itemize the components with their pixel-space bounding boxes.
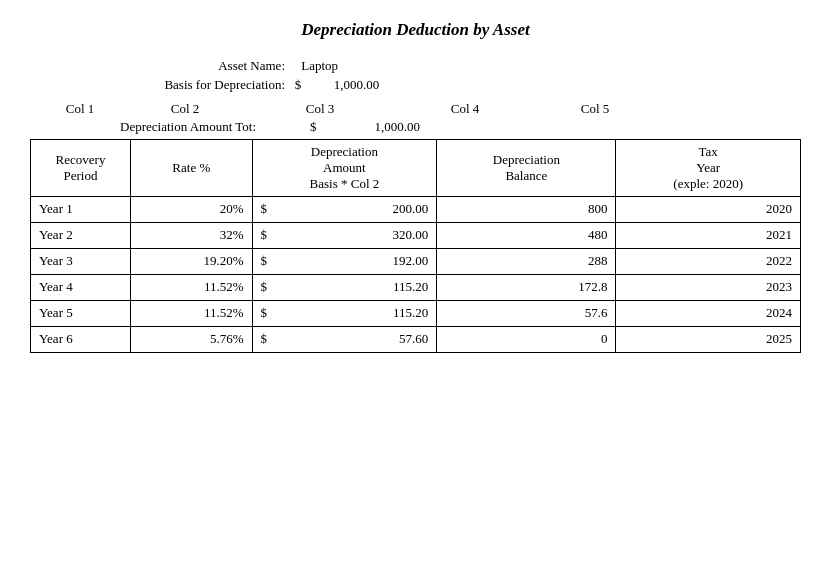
dep-total-dollar: $ bbox=[310, 119, 330, 135]
cell-period-5: Year 6 bbox=[31, 327, 131, 353]
asset-info: Asset Name: Laptop Basis for Depreciatio… bbox=[130, 58, 801, 93]
cell-amount-val-5: 57.60 bbox=[271, 331, 428, 347]
table-row: Year 1 20% $ 200.00 800 2020 bbox=[31, 197, 801, 223]
cell-rate-1: 32% bbox=[131, 223, 253, 249]
asset-name-label: Asset Name: bbox=[130, 58, 285, 74]
table-row: Year 2 32% $ 320.00 480 2021 bbox=[31, 223, 801, 249]
cell-amount-5: $ 57.60 bbox=[252, 327, 437, 353]
basis-row: Basis for Depreciation: $ 1,000.00 bbox=[130, 77, 801, 93]
cell-year-5: 2025 bbox=[616, 327, 801, 353]
basis-value: 1,000.00 bbox=[334, 77, 380, 92]
cell-dollar-1: $ bbox=[261, 227, 268, 243]
cell-amount-0: $ 200.00 bbox=[252, 197, 437, 223]
cell-amount-val-3: 115.20 bbox=[271, 279, 428, 295]
cell-year-2: 2022 bbox=[616, 249, 801, 275]
cell-period-1: Year 2 bbox=[31, 223, 131, 249]
cell-amount-4: $ 115.20 bbox=[252, 301, 437, 327]
cell-period-4: Year 5 bbox=[31, 301, 131, 327]
cell-amount-val-4: 115.20 bbox=[271, 305, 428, 321]
table-row: Year 5 11.52% $ 115.20 57.6 2024 bbox=[31, 301, 801, 327]
th-dep-amount: Depreciation Amount Basis * Col 2 bbox=[252, 140, 437, 197]
cell-amount-3: $ 115.20 bbox=[252, 275, 437, 301]
cell-balance-4: 57.6 bbox=[437, 301, 616, 327]
cell-amount-val-1: 320.00 bbox=[271, 227, 428, 243]
cell-amount-val-0: 200.00 bbox=[271, 201, 428, 217]
page-title: Depreciation Deduction by Asset bbox=[30, 20, 801, 40]
cell-rate-0: 20% bbox=[131, 197, 253, 223]
cell-rate-2: 19.20% bbox=[131, 249, 253, 275]
column-headers: Col 1 Col 2 Col 3 Col 4 Col 5 bbox=[30, 101, 801, 117]
th-recovery-period: Recovery Period bbox=[31, 140, 131, 197]
cell-amount-val-2: 192.00 bbox=[271, 253, 428, 269]
cell-period-0: Year 1 bbox=[31, 197, 131, 223]
cell-dollar-5: $ bbox=[261, 331, 268, 347]
cell-dollar-4: $ bbox=[261, 305, 268, 321]
cell-dollar-0: $ bbox=[261, 201, 268, 217]
col3-header: Col 3 bbox=[240, 101, 400, 117]
th-dep-balance: Depreciation Balance bbox=[437, 140, 616, 197]
col5-header: Col 5 bbox=[530, 101, 660, 117]
cell-rate-3: 11.52% bbox=[131, 275, 253, 301]
depreciation-table: Recovery Period Rate % Depreciation Amou… bbox=[30, 139, 801, 353]
cell-balance-3: 172.8 bbox=[437, 275, 616, 301]
table-row: Year 3 19.20% $ 192.00 288 2022 bbox=[31, 249, 801, 275]
cell-dollar-2: $ bbox=[261, 253, 268, 269]
cell-year-4: 2024 bbox=[616, 301, 801, 327]
dep-total-value: 1,000.00 bbox=[330, 119, 420, 135]
cell-period-3: Year 4 bbox=[31, 275, 131, 301]
cell-balance-2: 288 bbox=[437, 249, 616, 275]
table-row: Year 4 11.52% $ 115.20 172.8 2023 bbox=[31, 275, 801, 301]
cell-amount-1: $ 320.00 bbox=[252, 223, 437, 249]
cell-year-3: 2023 bbox=[616, 275, 801, 301]
col1-header: Col 1 bbox=[30, 101, 130, 117]
col4-header: Col 4 bbox=[400, 101, 530, 117]
th-rate: Rate % bbox=[131, 140, 253, 197]
cell-rate-4: 11.52% bbox=[131, 301, 253, 327]
cell-year-1: 2021 bbox=[616, 223, 801, 249]
cell-balance-0: 800 bbox=[437, 197, 616, 223]
table-header-row: Recovery Period Rate % Depreciation Amou… bbox=[31, 140, 801, 197]
basis-label: Basis for Depreciation: bbox=[130, 77, 285, 93]
dep-total-row: Depreciation Amount Tot: $ 1,000.00 bbox=[120, 119, 801, 135]
cell-period-2: Year 3 bbox=[31, 249, 131, 275]
asset-name-value: Laptop bbox=[301, 58, 338, 73]
th-tax-year: Tax Year (exple: 2020) bbox=[616, 140, 801, 197]
asset-name-row: Asset Name: Laptop bbox=[130, 58, 801, 74]
cell-year-0: 2020 bbox=[616, 197, 801, 223]
cell-balance-5: 0 bbox=[437, 327, 616, 353]
basis-dollar: $ bbox=[295, 77, 302, 92]
cell-balance-1: 480 bbox=[437, 223, 616, 249]
cell-rate-5: 5.76% bbox=[131, 327, 253, 353]
cell-dollar-3: $ bbox=[261, 279, 268, 295]
dep-total-label: Depreciation Amount Tot: bbox=[120, 119, 310, 135]
col2-header: Col 2 bbox=[130, 101, 240, 117]
table-row: Year 6 5.76% $ 57.60 0 2025 bbox=[31, 327, 801, 353]
cell-amount-2: $ 192.00 bbox=[252, 249, 437, 275]
